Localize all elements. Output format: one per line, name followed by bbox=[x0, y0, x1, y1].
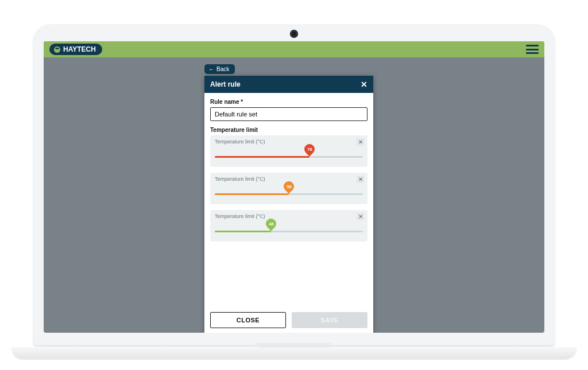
laptop-frame: HAYTECH ← Back Alert rule ✕ Rule name * … bbox=[33, 24, 555, 345]
laptop-notch bbox=[257, 343, 331, 348]
save-button: SAVE bbox=[292, 312, 368, 328]
slider-list: Temperature limit (°C)✕76Temperature lim… bbox=[210, 135, 368, 242]
brand-icon bbox=[54, 46, 60, 53]
remove-slider-icon[interactable]: ✕ bbox=[357, 176, 364, 183]
brand-logo: HAYTECH bbox=[49, 44, 102, 55]
slider-fill bbox=[215, 193, 289, 195]
slider-track[interactable]: 58 bbox=[215, 193, 363, 195]
camera-icon bbox=[290, 30, 298, 38]
back-label: Back bbox=[216, 66, 229, 72]
app-header: HAYTECH bbox=[44, 41, 544, 57]
temperature-slider: Temperature limit (°C)✕46 bbox=[210, 210, 368, 242]
remove-slider-icon[interactable]: ✕ bbox=[357, 213, 364, 220]
modal-header: Alert rule ✕ bbox=[204, 76, 373, 93]
temperature-section-label: Temperature limit bbox=[210, 127, 368, 133]
modal-title-text: Alert rule bbox=[210, 80, 241, 88]
slider-fill bbox=[215, 231, 271, 232]
slider-caption: Temperature limit (°C) bbox=[215, 213, 363, 219]
slider-track[interactable]: 76 bbox=[215, 156, 363, 158]
modal-footer: CLOSE SAVE bbox=[204, 306, 373, 333]
arrow-left-icon: ← bbox=[208, 66, 214, 72]
close-button[interactable]: CLOSE bbox=[210, 312, 286, 328]
app-screen: HAYTECH ← Back Alert rule ✕ Rule name * … bbox=[44, 41, 544, 333]
rule-name-label: Rule name * bbox=[210, 99, 368, 105]
modal-body: Rule name * Temperature limit Temperatur… bbox=[204, 93, 373, 306]
back-button[interactable]: ← Back bbox=[204, 64, 235, 74]
rule-name-input[interactable] bbox=[210, 107, 368, 121]
slider-caption: Temperature limit (°C) bbox=[215, 139, 363, 145]
remove-slider-icon[interactable]: ✕ bbox=[357, 138, 364, 146]
alert-rule-modal: Alert rule ✕ Rule name * Temperature lim… bbox=[204, 76, 373, 333]
laptop-base bbox=[11, 347, 577, 359]
close-icon[interactable]: ✕ bbox=[361, 80, 368, 89]
slider-fill bbox=[215, 156, 310, 158]
slider-track[interactable]: 46 bbox=[215, 231, 363, 232]
menu-icon[interactable] bbox=[526, 45, 539, 54]
brand-name: HAYTECH bbox=[63, 45, 96, 53]
temperature-slider: Temperature limit (°C)✕76 bbox=[210, 135, 368, 167]
temperature-slider: Temperature limit (°C)✕58 bbox=[210, 173, 368, 204]
